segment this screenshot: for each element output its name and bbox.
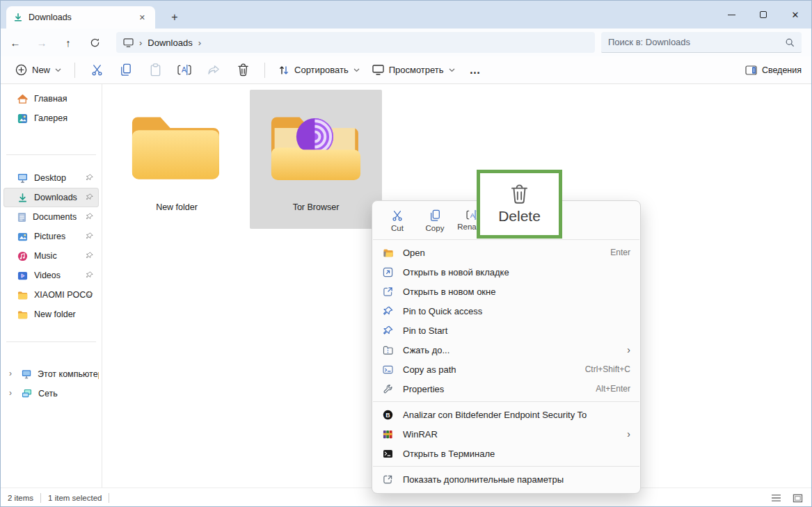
quick-action-label: Copy [426,224,445,232]
sidebar-item-this-pc[interactable]: › Этот компьютер [3,364,99,384]
paste-button[interactable] [142,59,168,81]
sort-button[interactable]: Сортировать [272,61,366,80]
documents-icon [17,212,26,223]
menu-separator [373,239,639,240]
menu-item-bitdefender-scan[interactable]: B Analizar con Bitdefender Endpoint Secu… [372,405,640,424]
submenu-chevron-icon: › [627,344,630,355]
rename-button[interactable]: A [171,59,198,81]
sidebar-item-gallery[interactable]: Галерея [3,108,99,128]
menu-item-open-new-tab[interactable]: Открыть в новой вкладке [372,262,640,282]
sidebar-item-new-folder[interactable]: New folder [3,305,99,324]
network-icon [22,389,32,399]
trash-icon [237,63,249,77]
chevron-down-icon [353,68,360,72]
wrench-icon [383,384,393,394]
home-icon [17,94,28,104]
breadcrumb-item-downloads[interactable]: Downloads [148,38,192,48]
sidebar-item-music[interactable]: Music [3,246,99,266]
monitor-icon [123,38,134,47]
file-tile-tor-browser[interactable]: Tor Browser [250,90,382,229]
details-pane-icon [745,65,757,75]
menu-item-show-more-options[interactable]: Показать дополнительные параметры [372,469,640,489]
pin-icon [383,325,393,336]
file-tile-new-folder[interactable]: New folder [111,90,243,229]
copy-icon [429,209,441,222]
new-button[interactable]: New [9,60,67,80]
open-new-tab-icon [383,267,393,277]
forward-button[interactable]: → [30,32,54,53]
cut-menu-button[interactable]: Cut [381,207,414,234]
titlebar: Downloads ✕ + ✕ [1,1,811,29]
downloads-icon [17,193,28,203]
menu-item-open-in-terminal[interactable]: Открыть в Терминале [372,444,640,463]
close-button[interactable]: ✕ [779,1,811,29]
refresh-button[interactable] [83,32,106,53]
search-icon [785,38,795,47]
copy-button[interactable] [113,59,139,81]
explorer-tab-downloads[interactable]: Downloads ✕ [6,6,155,29]
folder-icon [17,291,28,300]
file-name: New folder [156,202,198,212]
maximize-icon [760,11,767,18]
pin-icon [86,193,93,201]
status-divider [109,493,109,503]
delete-annotation-box[interactable]: Delete [477,170,562,239]
menu-item-open[interactable]: Open Enter [372,243,640,262]
svg-text:A: A [182,66,186,74]
new-button-label: New [32,65,50,75]
cut-button[interactable] [83,59,110,81]
breadcrumb-separator: › [139,38,142,48]
sidebar-item-desktop[interactable]: Desktop [3,168,99,188]
svg-text:B: B [385,411,390,418]
sidebar-item-pictures[interactable]: Pictures [3,227,99,246]
pin-icon [86,174,93,182]
pin-icon [86,271,93,279]
sidebar-item-network[interactable]: › Сеть [3,384,99,403]
menu-item-properties[interactable]: Properties Alt+Enter [372,379,640,399]
minimize-button[interactable] [715,1,747,29]
search-input[interactable] [608,37,785,47]
search-box[interactable] [601,32,802,53]
expand-chevron-icon[interactable]: › [9,388,12,398]
sidebar-item-documents[interactable]: Documents [3,207,99,227]
maximize-button[interactable] [747,1,779,29]
details-pane-button[interactable]: Сведения [745,65,802,75]
share-icon [207,64,221,77]
sidebar-item-videos[interactable]: Videos [3,266,99,285]
command-bar: New A Сортировать Просмотреть [1,56,811,84]
delete-annotation-label: Delete [498,208,541,225]
delete-button[interactable] [230,59,256,81]
cut-icon [90,63,104,77]
breadcrumb[interactable]: › Downloads › [116,32,595,53]
back-button[interactable]: ← [3,32,27,53]
up-button[interactable]: ↑ [56,32,80,53]
folder-open-icon [383,248,394,257]
menu-item-compress[interactable]: Сжать до... › [372,340,640,360]
view-icon [372,65,384,75]
cut-icon [391,209,404,222]
menu-item-open-new-window[interactable]: Открыть в новом окне [372,282,640,301]
menu-item-winrar[interactable]: WinRAR › [372,424,640,444]
sidebar-item-downloads[interactable]: Downloads [3,188,99,207]
sidebar-item-xiaomi-poco[interactable]: XIAOMI POCO F [3,285,99,305]
music-icon [17,251,28,261]
menu-item-copy-as-path[interactable]: Copy as path Ctrl+Shift+C [372,360,640,379]
menu-item-pin-quick-access[interactable]: Pin to Quick access [372,301,640,321]
copy-path-icon [383,365,393,374]
more-button[interactable]: … [461,64,490,77]
sidebar-item-home[interactable]: Главная [3,89,99,108]
large-icons-view-toggle-icon[interactable] [793,494,803,503]
items-count: 2 items [1,494,40,502]
menu-item-pin-start[interactable]: Pin to Start [372,321,640,340]
refresh-icon [90,38,100,48]
list-view-toggle-icon[interactable] [771,494,781,502]
new-tab-button[interactable]: + [165,8,184,27]
copy-menu-button[interactable]: Copy [418,207,452,234]
navigation-pane: Главная Галерея Desktop Downloads Docume… [1,84,102,488]
share-button[interactable] [200,59,227,81]
expand-chevron-icon[interactable]: › [9,369,12,378]
tab-close-button[interactable]: ✕ [136,12,148,24]
pin-icon [383,306,393,316]
pin-icon [86,232,93,240]
view-button[interactable]: Просмотреть [366,61,461,79]
